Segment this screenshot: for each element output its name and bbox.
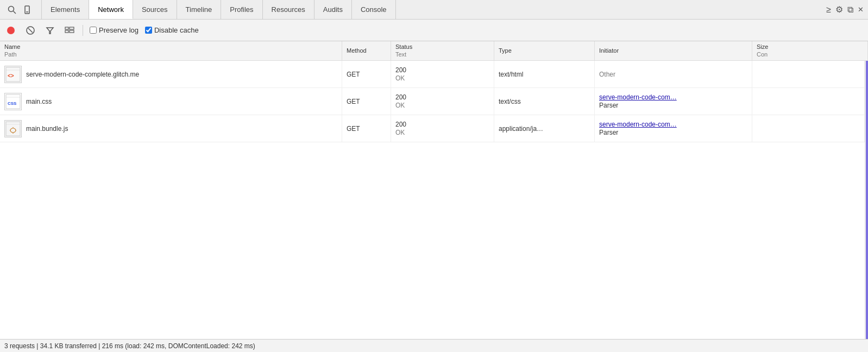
tab-resources[interactable]: Resources <box>263 0 315 19</box>
tab-audits[interactable]: Audits <box>315 0 352 19</box>
cell-name-0: <> serve-modern-code-complete.glitch.me <box>0 61 342 87</box>
tab-network[interactable]: Network <box>89 0 133 19</box>
table-row[interactable]: <> serve-modern-code-complete.glitch.me … <box>0 61 865 88</box>
html-file-icon: <> <box>4 66 22 83</box>
disable-cache-checkbox[interactable]: Disable cache <box>145 26 199 34</box>
execute-icon[interactable]: ≥ <box>826 5 831 15</box>
css-file-icon: CSS <box>4 93 22 110</box>
svg-text:CSS: CSS <box>8 101 17 106</box>
cell-initiator-0: Other <box>595 61 752 87</box>
cell-size-1 <box>752 88 865 115</box>
svg-point-0 <box>9 6 14 11</box>
tab-profiles[interactable]: Profiles <box>221 0 262 19</box>
svg-marker-6 <box>47 28 53 34</box>
status-bar: 3 requests | 34.1 KB transferred | 216 m… <box>0 339 868 352</box>
table-body: <> serve-modern-code-complete.glitch.me … <box>0 61 865 339</box>
cell-status-0: 200 OK <box>391 61 494 87</box>
cell-name-1: CSS main.css <box>0 88 342 115</box>
preserve-log-checkbox[interactable]: Preserve log <box>90 26 139 34</box>
toolbar: Preserve log Disable cache <box>0 20 868 41</box>
column-header-size[interactable]: Size Con <box>752 41 868 60</box>
svg-rect-8 <box>70 27 74 29</box>
tab-elements[interactable]: Elements <box>41 0 89 19</box>
column-header-method[interactable]: Method <box>342 41 391 60</box>
svg-point-19 <box>10 128 16 133</box>
cell-type-2: application/ja… <box>494 115 595 142</box>
column-header-status[interactable]: Status Text <box>391 41 494 60</box>
cell-size-0 <box>752 61 865 87</box>
tab-timeline[interactable]: Timeline <box>177 0 222 19</box>
nav-right-icons: ≥ ⚙ ⧉ ✕ <box>826 4 864 15</box>
record-button[interactable] <box>4 24 17 37</box>
svg-rect-2 <box>25 6 29 14</box>
toolbar-divider <box>83 25 83 36</box>
table-row[interactable]: CSS main.css GET 200 OK text/css serve-m… <box>0 88 865 115</box>
top-nav: Elements Network Sources Timeline Profil… <box>0 0 868 20</box>
cell-type-0: text/html <box>494 61 595 87</box>
nav-icons <box>4 2 35 17</box>
svg-rect-7 <box>65 27 68 29</box>
cell-type-1: text/css <box>494 88 595 115</box>
tab-console[interactable]: Console <box>352 0 396 19</box>
svg-line-1 <box>14 11 16 14</box>
table-row[interactable]: main.bundle.js GET 200 OK application/ja… <box>0 115 865 142</box>
cell-name-2: main.bundle.js <box>0 115 342 142</box>
nav-tabs: Elements Network Sources Timeline Profil… <box>41 0 396 19</box>
clear-button[interactable] <box>24 24 37 37</box>
column-header-initiator[interactable]: Initiator <box>595 41 752 60</box>
svg-rect-9 <box>65 30 68 33</box>
cell-status-1: 200 OK <box>391 88 494 115</box>
svg-rect-10 <box>70 30 74 33</box>
svg-text:<>: <> <box>8 73 14 79</box>
cell-method-1: GET <box>342 88 391 115</box>
cell-method-2: GET <box>342 115 391 142</box>
view-toggle-button[interactable] <box>63 24 76 37</box>
device-toggle-icon[interactable] <box>20 2 35 17</box>
cell-size-2 <box>752 115 865 142</box>
cell-initiator-2: serve-modern-code-com… Parser <box>595 115 752 142</box>
filter-button[interactable] <box>43 24 56 37</box>
scrollbar-indicator[interactable] <box>866 61 868 339</box>
column-header-type[interactable]: Type <box>494 41 595 60</box>
cell-initiator-1: serve-modern-code-com… Parser <box>595 88 752 115</box>
search-icon[interactable] <box>4 2 20 17</box>
svg-rect-17 <box>6 122 20 136</box>
js-file-icon <box>4 120 22 137</box>
undock-icon[interactable]: ⧉ <box>847 5 853 15</box>
svg-line-5 <box>28 28 33 33</box>
cell-method-0: GET <box>342 61 391 87</box>
network-table: Name Path Method Status Text Type Initia… <box>0 41 868 339</box>
tab-sources[interactable]: Sources <box>133 0 177 19</box>
column-header-name[interactable]: Name Path <box>0 41 342 60</box>
settings-icon[interactable]: ⚙ <box>835 4 843 15</box>
table-header: Name Path Method Status Text Type Initia… <box>0 41 868 61</box>
close-icon[interactable]: ✕ <box>858 5 864 14</box>
cell-status-2: 200 OK <box>391 115 494 142</box>
